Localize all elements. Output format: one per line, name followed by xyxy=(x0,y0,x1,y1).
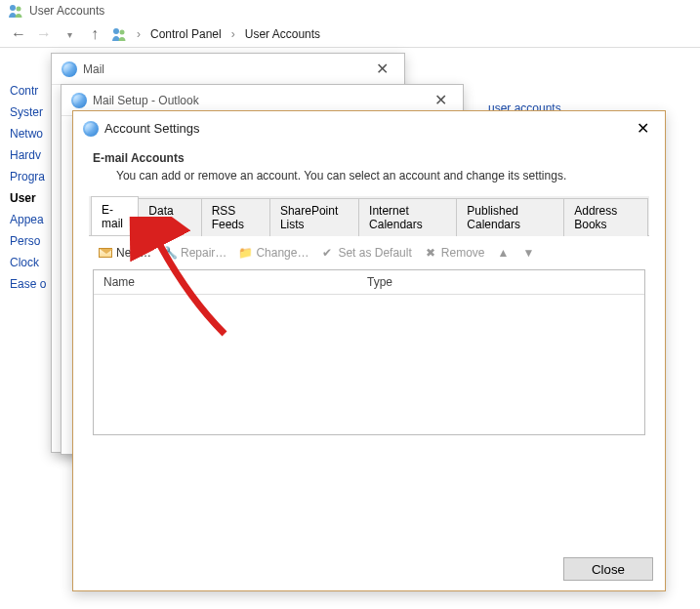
nav-up-button[interactable]: ↑ xyxy=(86,25,103,43)
nav-back-button[interactable]: ← xyxy=(10,25,27,43)
remove-x-icon: ✖ xyxy=(424,246,437,260)
setup-dialog-title: Mail Setup - Outlook xyxy=(93,94,199,107)
move-up-button: ▲ xyxy=(496,246,510,260)
mail-close-button[interactable]: ✕ xyxy=(370,60,394,78)
remove-button: ✖ Remove xyxy=(424,246,485,260)
change-button: 📁 Change… xyxy=(238,246,309,260)
window-title-text: User Accounts xyxy=(29,4,104,18)
new-button-label: New… xyxy=(116,246,151,260)
arrow-down-icon: ▼ xyxy=(521,246,535,260)
section-description: You can add or remove an account. You ca… xyxy=(93,165,645,196)
tab-internet-calendars[interactable]: Internet Calendars xyxy=(358,198,457,236)
account-settings-dialog: Account Settings ✕ E-mail Accounts You c… xyxy=(72,110,666,591)
user-accounts-icon xyxy=(8,3,23,19)
crumb-user-accounts[interactable]: User Accounts xyxy=(245,27,320,41)
nav-history-dropdown[interactable]: ▾ xyxy=(61,29,78,40)
move-down-button: ▼ xyxy=(521,246,535,260)
change-button-label: Change… xyxy=(256,246,309,260)
set-default-button: ✔ Set as Default xyxy=(320,246,411,260)
tab-data-files[interactable]: Data Files xyxy=(138,198,201,236)
set-default-label: Set as Default xyxy=(338,246,411,260)
setup-globe-icon xyxy=(71,93,87,108)
acct-close-button[interactable]: ✕ xyxy=(631,119,655,138)
col-name[interactable]: Name xyxy=(94,270,357,294)
svg-point-2 xyxy=(113,28,119,34)
crumb-control-panel[interactable]: Control Panel xyxy=(150,27,222,41)
new-mail-icon xyxy=(99,246,112,260)
account-toolbar: New… 🔧 Repair… 📁 Change… ✔ Set as Defaul… xyxy=(93,236,645,269)
remove-button-label: Remove xyxy=(441,246,485,260)
repair-button: 🔧 Repair… xyxy=(163,246,226,260)
arrow-up-icon: ▲ xyxy=(496,246,510,260)
user-accounts-crumb-icon xyxy=(111,26,127,42)
new-button[interactable]: New… xyxy=(99,246,151,260)
accounts-grid[interactable]: Name Type xyxy=(93,269,645,435)
tab-rss-feeds[interactable]: RSS Feeds xyxy=(201,198,270,236)
acct-globe-icon xyxy=(83,121,99,137)
nav-forward-button: → xyxy=(35,25,53,43)
col-type[interactable]: Type xyxy=(357,270,644,294)
section-header: E-mail Accounts xyxy=(93,151,645,165)
acct-dialog-title: Account Settings xyxy=(104,121,200,136)
tabs-bar: E-mailData FilesRSS FeedsSharePoint List… xyxy=(89,196,649,236)
window-title-bar: User Accounts xyxy=(0,0,700,21)
tab-sharepoint-lists[interactable]: SharePoint Lists xyxy=(269,198,359,236)
svg-point-3 xyxy=(120,30,125,35)
svg-point-0 xyxy=(10,5,16,11)
crumb-sep: › xyxy=(231,27,235,41)
setup-close-button[interactable]: ✕ xyxy=(429,91,453,109)
wrench-icon: 🔧 xyxy=(163,246,177,260)
mail-globe-icon xyxy=(62,61,77,77)
crumb-sep: › xyxy=(137,27,141,41)
folder-icon: 📁 xyxy=(238,246,252,260)
check-circle-icon: ✔ xyxy=(320,246,334,260)
nav-toolbar: ← → ▾ ↑ › Control Panel › User Accounts xyxy=(0,21,700,48)
tab-address-books[interactable]: Address Books xyxy=(563,198,648,236)
grid-header: Name Type xyxy=(94,270,644,295)
close-button[interactable]: Close xyxy=(563,557,653,581)
tab-published-calendars[interactable]: Published Calendars xyxy=(456,198,564,236)
svg-point-1 xyxy=(17,7,21,12)
mail-dialog-title: Mail xyxy=(83,62,104,76)
repair-button-label: Repair… xyxy=(181,246,226,260)
tab-e-mail[interactable]: E-mail xyxy=(91,196,139,235)
